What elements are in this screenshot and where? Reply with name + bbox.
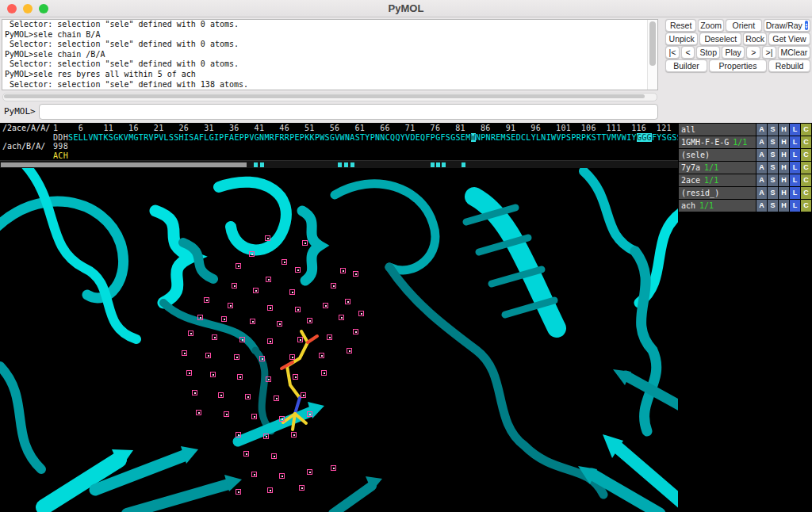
object-menu-button-a[interactable]: A bbox=[756, 174, 767, 186]
chain1-sequence[interactable]: DDHSELLVNTKSGKVMGTRVPVLSSHISAFLGIPFAEPPV… bbox=[53, 133, 682, 143]
control-button-get-view[interactable]: Get View bbox=[768, 32, 810, 45]
control-button-properties[interactable]: Properties bbox=[709, 59, 767, 72]
object-menu-button-l[interactable]: L bbox=[790, 174, 800, 186]
object-name[interactable]: (resid_) bbox=[679, 187, 756, 199]
control-button-label: Unpick bbox=[669, 34, 695, 44]
object-menu-button-h[interactable]: H bbox=[779, 149, 789, 161]
control-row-2: UnpickDeselectRockGet View bbox=[665, 32, 810, 45]
selected-atom-marker bbox=[267, 338, 273, 344]
control-button-reset[interactable]: Reset bbox=[665, 19, 696, 32]
selected-atom-marker bbox=[289, 289, 295, 295]
control-button-play[interactable]: Play bbox=[722, 46, 745, 59]
object-menu-button-l[interactable]: L bbox=[790, 149, 800, 161]
control-button-[interactable]: |< bbox=[665, 46, 680, 59]
object-name[interactable]: (sele) bbox=[679, 149, 756, 161]
log-horizontal-scroll-thumb[interactable] bbox=[4, 94, 645, 98]
object-menu-button-h[interactable]: H bbox=[779, 162, 789, 174]
object-menu-button-s[interactable]: S bbox=[768, 200, 778, 212]
residue[interactable]: M bbox=[465, 133, 470, 142]
object-menu-button-s[interactable]: S bbox=[768, 136, 778, 148]
object-menu-button-l[interactable]: L bbox=[790, 162, 800, 174]
object-menu-button-h[interactable]: H bbox=[779, 124, 789, 136]
object-menu-button-l[interactable]: L bbox=[790, 200, 800, 212]
object-name[interactable]: 7y7a1/1 bbox=[679, 162, 756, 174]
selected-atom-marker bbox=[271, 453, 277, 459]
object-menu-button-l[interactable]: L bbox=[790, 136, 800, 148]
object-menu-button-s[interactable]: S bbox=[768, 162, 778, 174]
object-menu-button-c[interactable]: C bbox=[801, 136, 811, 148]
chain2-sequence[interactable]: ACH bbox=[53, 151, 68, 161]
object-menu-button-s[interactable]: S bbox=[768, 149, 778, 161]
sequence-scrollbar[interactable] bbox=[0, 160, 678, 168]
selection-tick bbox=[350, 162, 354, 167]
object-menu-button-s[interactable]: S bbox=[768, 187, 778, 199]
selected-atom-marker bbox=[274, 395, 279, 401]
viewport-3d[interactable] bbox=[0, 168, 678, 512]
object-menu-button-h[interactable]: H bbox=[779, 136, 789, 148]
object-menu-button-a[interactable]: A bbox=[756, 187, 767, 199]
control-button-stop[interactable]: Stop bbox=[696, 46, 719, 59]
control-button-unpick[interactable]: Unpick bbox=[665, 32, 698, 45]
object-menu-button-a[interactable]: A bbox=[756, 136, 767, 148]
object-menu-button-c[interactable]: C bbox=[801, 174, 811, 186]
control-button-label: > bbox=[751, 48, 756, 57]
object-menu-button-a[interactable]: A bbox=[756, 149, 767, 161]
titlebar[interactable]: PyMOL bbox=[0, 0, 812, 17]
control-button-draw-ray[interactable]: Draw/Ray▴▾ bbox=[764, 19, 810, 32]
control-button-rock[interactable]: Rock bbox=[743, 32, 767, 45]
zoom-window-button[interactable] bbox=[39, 4, 48, 13]
log-area[interactable]: Selector: selection "sele" defined with … bbox=[2, 19, 658, 90]
object-menu-button-c[interactable]: C bbox=[801, 200, 811, 212]
sequence-viewer[interactable]: /2ace/A/A/ 1 6 11 16 21 26 31 36 41 46 5… bbox=[0, 123, 678, 160]
control-button-builder[interactable]: Builder bbox=[665, 59, 707, 72]
sequence-scroll-thumb[interactable] bbox=[1, 162, 247, 167]
object-menu-button-h[interactable]: H bbox=[779, 187, 789, 199]
object-menu-button-l[interactable]: L bbox=[790, 124, 800, 136]
selected-atom-marker bbox=[218, 392, 224, 398]
object-name[interactable]: 2ace1/1 bbox=[679, 174, 756, 186]
object-menu-button-a[interactable]: A bbox=[756, 200, 767, 212]
object-state: 1/1 bbox=[704, 176, 718, 185]
control-button-zoom[interactable]: Zoom bbox=[698, 19, 724, 32]
control-button-deselect[interactable]: Deselect bbox=[699, 32, 741, 45]
object-menu-button-c[interactable]: C bbox=[801, 187, 811, 199]
selected-atom-marker bbox=[243, 451, 249, 457]
object-menu-button-a[interactable]: A bbox=[756, 162, 767, 174]
object-menu-button-a[interactable]: A bbox=[756, 124, 767, 136]
object-menu-button-l[interactable]: L bbox=[790, 187, 800, 199]
selected-atom-marker bbox=[224, 411, 229, 417]
selected-atom-marker bbox=[232, 283, 237, 288]
control-button-label: Get View bbox=[772, 34, 806, 44]
object-name[interactable]: all bbox=[679, 124, 756, 136]
control-button-label: < bbox=[686, 48, 691, 57]
residue[interactable]: G bbox=[642, 133, 646, 142]
command-input[interactable] bbox=[39, 104, 658, 120]
object-menu-button-s[interactable]: S bbox=[768, 124, 778, 136]
object-menu-button-h[interactable]: H bbox=[779, 200, 789, 212]
log-vertical-scroll-thumb[interactable] bbox=[649, 21, 656, 66]
control-button-orient[interactable]: Orient bbox=[726, 19, 762, 32]
control-button-mclear[interactable]: MClear bbox=[778, 46, 810, 59]
control-button-[interactable]: > bbox=[746, 46, 760, 59]
log-horizontal-scrollbar[interactable] bbox=[2, 93, 657, 101]
object-menu-button-s[interactable]: S bbox=[768, 174, 778, 186]
selected-atom-marker bbox=[221, 316, 227, 322]
object-name[interactable]: 1GMH-F-E-G1/1 bbox=[679, 136, 756, 148]
log-vertical-scrollbar[interactable] bbox=[647, 20, 657, 90]
object-menu-button-h[interactable]: H bbox=[779, 174, 789, 186]
top-section: Selector: selection "sele" defined with … bbox=[0, 17, 812, 123]
object-name[interactable]: ach1/1 bbox=[679, 200, 756, 212]
control-button-[interactable]: >| bbox=[762, 46, 776, 59]
control-button-[interactable]: < bbox=[681, 46, 695, 59]
log-line: Selector: selection "sele" defined with … bbox=[2, 40, 657, 50]
object-panel: allASHLC1GMH-F-E-G1/1ASHLC(sele)ASHLC7y7… bbox=[678, 123, 812, 512]
minimize-window-button[interactable] bbox=[23, 4, 33, 13]
object-menu-button-c[interactable]: C bbox=[801, 149, 811, 161]
object-menu-button-c[interactable]: C bbox=[801, 162, 811, 174]
residue[interactable]: Y bbox=[632, 133, 637, 142]
close-window-button[interactable] bbox=[7, 4, 17, 13]
object-menu-button-c[interactable]: C bbox=[801, 124, 811, 136]
chain1-ruler: 1 6 11 16 21 26 31 36 41 46 51 56 61 66 … bbox=[53, 124, 682, 133]
control-button-rebuild[interactable]: Rebuild bbox=[768, 59, 810, 72]
control-button-label: Rebuild bbox=[776, 61, 804, 71]
